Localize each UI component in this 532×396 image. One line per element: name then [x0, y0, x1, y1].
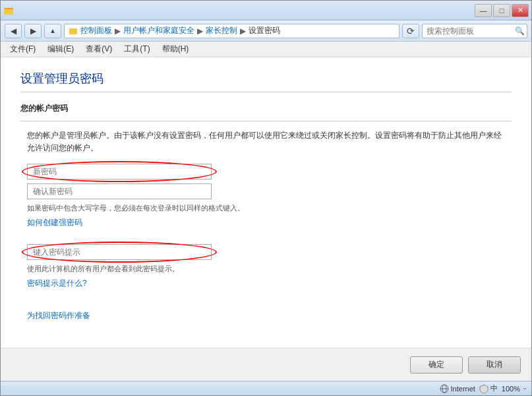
status-bar: Internet 中 100%	[1, 381, 531, 395]
folder-icon	[3, 5, 14, 16]
hint-text: 如果密码中包含大写字母，您必须在每次登录时以同样的格式键入。	[27, 203, 505, 213]
refresh-button[interactable]: ⟳	[402, 24, 419, 38]
title-bar-left	[3, 5, 14, 16]
new-password-wrapper	[27, 164, 212, 180]
new-password-input[interactable]	[27, 164, 212, 180]
ok-button[interactable]: 确定	[410, 356, 463, 374]
page-title: 设置管理员密码	[20, 71, 512, 92]
title-bar: — □ ✕	[1, 1, 531, 20]
breadcrumb-bar: 控制面板 ▶ 用户帐户和家庭安全 ▶ 家长控制 ▶ 设置密码	[64, 24, 399, 38]
breadcrumb-control-panel[interactable]: 控制面板	[80, 25, 112, 36]
svg-rect-1	[4, 9, 13, 15]
forward-button[interactable]: ▶	[24, 24, 42, 38]
password-hint-wrapper	[27, 244, 212, 260]
main-window: — □ ✕ ◀ ▶ ▲ 控制面板 ▶ 用户帐户和家庭安全 ▶ 家长控制 ▶ 设置…	[0, 0, 532, 396]
breadcrumb-sep-3: ▶	[240, 26, 246, 36]
prepare-link[interactable]: 为找回密码作准备	[27, 310, 90, 321]
status-zoom: 100%	[502, 385, 527, 393]
menu-view[interactable]: 查看(V)	[80, 42, 117, 56]
menu-edit[interactable]: 编辑(E)	[42, 42, 79, 56]
confirm-password-input[interactable]	[27, 183, 212, 199]
strong-password-link[interactable]: 如何创建强密码	[27, 217, 82, 228]
account-section-label: 您的帐户密码	[20, 103, 512, 114]
address-bar: ◀ ▶ ▲ 控制面板 ▶ 用户帐户和家庭安全 ▶ 家长控制 ▶ 设置密码 ⟳ 🔍	[1, 20, 531, 42]
menu-tools[interactable]: 工具(T)	[119, 42, 155, 56]
menu-help[interactable]: 帮助(H)	[157, 42, 194, 56]
zoom-label: 100%	[502, 385, 520, 393]
status-internet: Internet	[440, 384, 475, 393]
breadcrumb-sep-2: ▶	[197, 26, 203, 36]
status-shield: 中	[479, 383, 498, 393]
internet-label: Internet	[451, 385, 475, 393]
search-input[interactable]	[422, 24, 527, 38]
shield-label: 中	[490, 383, 498, 393]
shield-icon	[479, 384, 488, 393]
bottom-bar: 确定 取消	[1, 348, 531, 381]
cancel-button[interactable]: 取消	[468, 356, 521, 374]
minimize-button[interactable]: —	[475, 4, 492, 17]
zoom-chevron-icon	[522, 386, 527, 391]
form-section: 如果密码中包含大写字母，您必须在每次登录时以同样的格式键入。 如何创建强密码 使…	[20, 164, 512, 321]
breadcrumb-folder-icon	[69, 26, 78, 36]
breadcrumb-sep-1: ▶	[115, 26, 121, 36]
maximize-button[interactable]: □	[493, 4, 510, 17]
back-button[interactable]: ◀	[5, 24, 22, 38]
section-divider	[20, 121, 512, 121]
password-hint-input[interactable]	[27, 244, 212, 260]
hint-info-text: 使用此计算机的所有用户都会看到此密码提示。	[27, 264, 505, 274]
up-button[interactable]: ▲	[44, 24, 61, 38]
breadcrumb-parental-control[interactable]: 家长控制	[206, 25, 237, 36]
info-text: 您的帐户是管理员帐户。由于该帐户没有设置密码，任何用户都可以使用它来绕过或关闭家…	[20, 129, 512, 154]
hint-link[interactable]: 密码提示是什么?	[27, 278, 87, 289]
breadcrumb-current: 设置密码	[249, 25, 280, 36]
search-wrapper: 🔍	[422, 24, 527, 38]
breadcrumb-user-accounts[interactable]: 用户帐户和家庭安全	[123, 25, 194, 36]
svg-rect-2	[69, 28, 77, 34]
password-hint-section: 使用此计算机的所有用户都会看到此密码提示。 密码提示是什么?	[27, 244, 505, 300]
close-button[interactable]: ✕	[512, 4, 529, 17]
window-controls: — □ ✕	[475, 4, 529, 17]
search-button[interactable]: 🔍	[513, 25, 526, 37]
menu-bar: 文件(F) 编辑(E) 查看(V) 工具(T) 帮助(H)	[1, 42, 531, 57]
menu-file[interactable]: 文件(F)	[5, 42, 41, 56]
main-content: 设置管理员密码 您的帐户密码 您的帐户是管理员帐户。由于该帐户没有设置密码，任何…	[1, 57, 531, 348]
globe-icon	[440, 384, 449, 393]
